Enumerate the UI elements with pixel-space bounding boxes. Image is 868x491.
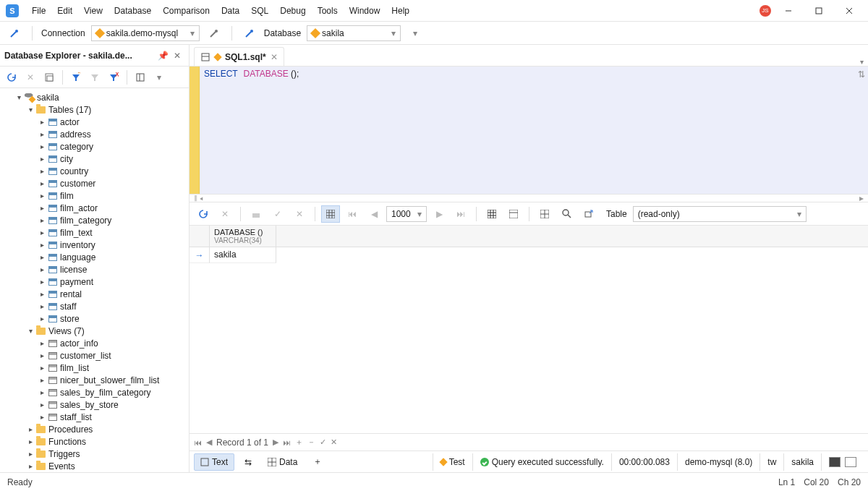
tree-database[interactable]: ▾sakila xyxy=(0,91,189,103)
page-next-icon[interactable]: ▶ xyxy=(430,205,448,223)
filter-icon[interactable] xyxy=(86,69,103,86)
database-combo[interactable]: sakila ▾ xyxy=(307,25,401,41)
commit-icon[interactable] xyxy=(247,205,265,223)
editor-options-icon[interactable]: ⇅ xyxy=(858,69,865,80)
nav-remove-icon[interactable]: － xyxy=(307,437,315,448)
tab-text[interactable]: Text xyxy=(194,453,234,471)
tab-close-icon[interactable]: ✕ xyxy=(271,52,278,62)
tree-folder-procedures[interactable]: ▸Procedures xyxy=(0,423,189,435)
menu-comparison[interactable]: Comparison xyxy=(157,3,216,19)
tree-table-address[interactable]: ▸address xyxy=(0,128,189,140)
tree-folder-functions[interactable]: ▸Functions xyxy=(0,435,189,448)
window-icon[interactable] xyxy=(41,69,58,86)
nav-prev-icon[interactable]: ◀ xyxy=(206,437,212,447)
page-last-icon[interactable]: ⏭ xyxy=(451,205,470,223)
column-header[interactable]: DATABASE () VARCHAR(34) xyxy=(210,226,276,247)
tree-view-film_list[interactable]: ▸film_list xyxy=(0,362,189,374)
edit-mode-combo[interactable]: (read-only)▾ xyxy=(633,206,807,222)
apply-icon[interactable]: ✓ xyxy=(268,205,287,223)
nav-next-icon[interactable]: ▶ xyxy=(273,437,278,447)
tree-table-inventory[interactable]: ▸inventory xyxy=(0,239,189,251)
tree-view-customer_list[interactable]: ▸customer_list xyxy=(0,349,189,362)
tab-sql1[interactable]: SQL1.sql* ✕ xyxy=(194,47,284,66)
connection-combo[interactable]: sakila.demo-mysql ▾ xyxy=(91,25,200,41)
close-icon[interactable]: ✕ xyxy=(170,48,184,63)
more-icon[interactable]: ▾ xyxy=(150,69,168,86)
tree-table-language[interactable]: ▸language xyxy=(0,251,189,263)
tree-views-folder[interactable]: ▾Views (7) xyxy=(0,325,189,337)
nav-last-icon[interactable]: ⏭ xyxy=(283,438,291,447)
tree-table-rental[interactable]: ▸rental xyxy=(0,288,189,300)
grid-view-icon[interactable] xyxy=(321,205,340,223)
new-connection-icon[interactable]: * xyxy=(6,25,23,42)
tree-table-actor[interactable]: ▸actor xyxy=(0,116,189,128)
tab-overflow-icon[interactable]: ▾ xyxy=(860,58,868,66)
tree-folder-events[interactable]: ▸Events xyxy=(0,460,189,472)
window-maximize-button[interactable] xyxy=(806,1,832,21)
pivot-icon[interactable] xyxy=(535,205,554,223)
tree-table-category[interactable]: ▸category xyxy=(0,140,189,153)
notification-badge-icon[interactable]: JS xyxy=(760,5,771,17)
layout-icon[interactable] xyxy=(132,69,149,86)
menu-help[interactable]: Help xyxy=(386,3,415,19)
tree-view-sales_by_store[interactable]: ▸sales_by_store xyxy=(0,398,189,411)
connection-action-icon[interactable] xyxy=(205,25,223,42)
menu-tools[interactable]: Tools xyxy=(312,3,344,19)
refresh-icon[interactable] xyxy=(3,69,20,86)
card-mode-icon[interactable] xyxy=(504,205,523,223)
menu-debug[interactable]: Debug xyxy=(274,3,311,19)
tree-table-customer[interactable]: ▸customer xyxy=(0,177,189,189)
page-first-icon[interactable]: ⏮ xyxy=(343,205,362,223)
page-size-input[interactable]: 1000▾ xyxy=(386,206,427,222)
menu-sql[interactable]: SQL xyxy=(245,3,274,19)
tree-view-sales_by_film_category[interactable]: ▸sales_by_film_category xyxy=(0,386,189,398)
explorer-tree[interactable]: ▾sakila▾Tables (17)▸actor▸address▸catego… xyxy=(0,88,189,472)
tree-table-film_actor[interactable]: ▸film_actor xyxy=(0,202,189,214)
refresh-icon[interactable] xyxy=(194,205,213,223)
new-database-icon[interactable]: * xyxy=(241,25,258,42)
tree-view-nicer_but_slower_film_list[interactable]: ▸nicer_but_slower_film_list xyxy=(0,374,189,386)
tree-table-store[interactable]: ▸store xyxy=(0,312,189,325)
table-row[interactable]: → sakila xyxy=(190,247,868,263)
grid-mode-icon[interactable] xyxy=(482,205,501,223)
cell-value[interactable]: sakila xyxy=(210,247,276,263)
results-grid-body[interactable]: → sakila xyxy=(190,247,868,433)
menu-data[interactable]: Data xyxy=(216,3,245,19)
nav-first-icon[interactable]: ⏮ xyxy=(194,438,202,447)
filter-add-icon[interactable]: * xyxy=(67,69,85,86)
export-icon[interactable] xyxy=(579,205,597,223)
nav-cancel-icon[interactable]: ✕ xyxy=(331,437,337,447)
tree-table-country[interactable]: ▸country xyxy=(0,165,189,177)
menu-view[interactable]: View xyxy=(78,3,109,19)
tree-table-film_text[interactable]: ▸film_text xyxy=(0,226,189,239)
tree-table-film[interactable]: ▸film xyxy=(0,189,189,202)
nav-add-icon[interactable]: ＋ xyxy=(295,437,303,448)
tree-table-staff[interactable]: ▸staff xyxy=(0,300,189,312)
tree-table-payment[interactable]: ▸payment xyxy=(0,276,189,288)
menu-database[interactable]: Database xyxy=(109,3,157,19)
pin-icon[interactable]: 📌 xyxy=(156,48,170,63)
menu-window[interactable]: Window xyxy=(344,3,386,19)
tab-data[interactable]: Data xyxy=(262,453,303,471)
horizontal-splitter[interactable]: ⦀ ◂▸ xyxy=(190,194,868,202)
filter-remove-icon[interactable]: x xyxy=(105,69,122,86)
tree-table-film_category[interactable]: ▸film_category xyxy=(0,214,189,226)
tree-table-city[interactable]: ▸city xyxy=(0,153,189,165)
code-editor[interactable]: SELECT DATABASE (); ⇅ xyxy=(190,67,868,194)
search-icon[interactable] xyxy=(557,205,576,223)
tree-table-license[interactable]: ▸license xyxy=(0,263,189,276)
tree-tables-folder[interactable]: ▾Tables (17) xyxy=(0,103,189,116)
window-close-button[interactable] xyxy=(836,1,862,21)
layout-toggle[interactable] xyxy=(821,453,864,471)
tree-view-staff_list[interactable]: ▸staff_list xyxy=(0,411,189,423)
page-prev-icon[interactable]: ◀ xyxy=(365,205,383,223)
tab-swap[interactable]: ⇆ xyxy=(239,453,258,471)
delete-icon[interactable]: ✕ xyxy=(22,69,39,86)
tree-view-actor_info[interactable]: ▸actor_info xyxy=(0,337,189,349)
tab-add[interactable]: ＋ xyxy=(307,453,328,471)
menu-file[interactable]: File xyxy=(26,3,51,19)
window-minimize-button[interactable] xyxy=(775,1,801,21)
reject-icon[interactable]: ✕ xyxy=(290,205,309,223)
cancel-icon[interactable]: ✕ xyxy=(216,205,234,223)
database-action-icon[interactable]: ▾ xyxy=(407,25,424,42)
